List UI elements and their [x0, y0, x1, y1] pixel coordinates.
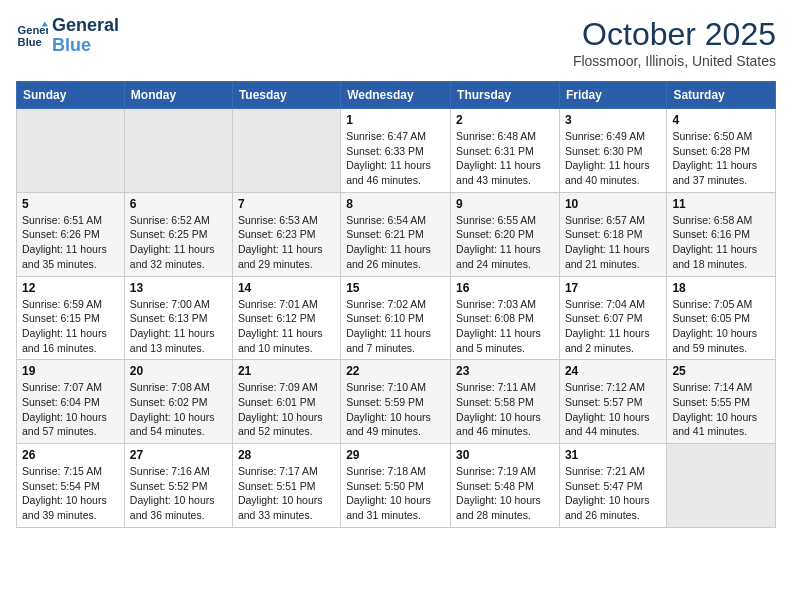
day-info: Sunrise: 7:03 AMSunset: 6:08 PMDaylight:… [456, 297, 554, 356]
calendar-cell: 25Sunrise: 7:14 AMSunset: 5:55 PMDayligh… [667, 360, 776, 444]
calendar-week-row: 19Sunrise: 7:07 AMSunset: 6:04 PMDayligh… [17, 360, 776, 444]
day-number: 24 [565, 364, 661, 378]
title-block: October 2025 Flossmoor, Illinois, United… [573, 16, 776, 69]
day-number: 13 [130, 281, 227, 295]
calendar: SundayMondayTuesdayWednesdayThursdayFrid… [16, 81, 776, 528]
weekday-header: Sunday [17, 82, 125, 109]
calendar-cell: 6Sunrise: 6:52 AMSunset: 6:25 PMDaylight… [124, 192, 232, 276]
weekday-header: Tuesday [232, 82, 340, 109]
calendar-cell: 15Sunrise: 7:02 AMSunset: 6:10 PMDayligh… [341, 276, 451, 360]
calendar-cell: 23Sunrise: 7:11 AMSunset: 5:58 PMDayligh… [451, 360, 560, 444]
day-number: 8 [346, 197, 445, 211]
day-info: Sunrise: 7:08 AMSunset: 6:02 PMDaylight:… [130, 380, 227, 439]
day-info: Sunrise: 7:04 AMSunset: 6:07 PMDaylight:… [565, 297, 661, 356]
calendar-cell: 12Sunrise: 6:59 AMSunset: 6:15 PMDayligh… [17, 276, 125, 360]
day-number: 18 [672, 281, 770, 295]
day-number: 23 [456, 364, 554, 378]
calendar-cell: 4Sunrise: 6:50 AMSunset: 6:28 PMDaylight… [667, 109, 776, 193]
month-title: October 2025 [573, 16, 776, 53]
day-number: 29 [346, 448, 445, 462]
day-number: 31 [565, 448, 661, 462]
day-info: Sunrise: 7:02 AMSunset: 6:10 PMDaylight:… [346, 297, 445, 356]
day-info: Sunrise: 6:54 AMSunset: 6:21 PMDaylight:… [346, 213, 445, 272]
day-info: Sunrise: 7:05 AMSunset: 6:05 PMDaylight:… [672, 297, 770, 356]
day-info: Sunrise: 6:50 AMSunset: 6:28 PMDaylight:… [672, 129, 770, 188]
calendar-cell: 17Sunrise: 7:04 AMSunset: 6:07 PMDayligh… [559, 276, 666, 360]
calendar-cell [232, 109, 340, 193]
day-number: 20 [130, 364, 227, 378]
day-info: Sunrise: 7:15 AMSunset: 5:54 PMDaylight:… [22, 464, 119, 523]
weekday-header: Wednesday [341, 82, 451, 109]
calendar-cell: 9Sunrise: 6:55 AMSunset: 6:20 PMDaylight… [451, 192, 560, 276]
logo-icon: General Blue [16, 20, 48, 52]
day-info: Sunrise: 7:01 AMSunset: 6:12 PMDaylight:… [238, 297, 335, 356]
logo-wordmark: General Blue [52, 16, 119, 56]
calendar-cell: 19Sunrise: 7:07 AMSunset: 6:04 PMDayligh… [17, 360, 125, 444]
day-info: Sunrise: 6:57 AMSunset: 6:18 PMDaylight:… [565, 213, 661, 272]
day-number: 1 [346, 113, 445, 127]
weekday-header: Monday [124, 82, 232, 109]
day-number: 17 [565, 281, 661, 295]
day-info: Sunrise: 6:58 AMSunset: 6:16 PMDaylight:… [672, 213, 770, 272]
calendar-cell: 11Sunrise: 6:58 AMSunset: 6:16 PMDayligh… [667, 192, 776, 276]
day-number: 25 [672, 364, 770, 378]
calendar-cell: 3Sunrise: 6:49 AMSunset: 6:30 PMDaylight… [559, 109, 666, 193]
calendar-cell [124, 109, 232, 193]
calendar-cell: 8Sunrise: 6:54 AMSunset: 6:21 PMDaylight… [341, 192, 451, 276]
day-info: Sunrise: 6:47 AMSunset: 6:33 PMDaylight:… [346, 129, 445, 188]
calendar-week-row: 1Sunrise: 6:47 AMSunset: 6:33 PMDaylight… [17, 109, 776, 193]
day-number: 16 [456, 281, 554, 295]
calendar-cell: 22Sunrise: 7:10 AMSunset: 5:59 PMDayligh… [341, 360, 451, 444]
day-number: 4 [672, 113, 770, 127]
calendar-cell: 31Sunrise: 7:21 AMSunset: 5:47 PMDayligh… [559, 444, 666, 528]
weekday-header: Thursday [451, 82, 560, 109]
day-info: Sunrise: 6:49 AMSunset: 6:30 PMDaylight:… [565, 129, 661, 188]
calendar-cell: 28Sunrise: 7:17 AMSunset: 5:51 PMDayligh… [232, 444, 340, 528]
day-number: 22 [346, 364, 445, 378]
day-info: Sunrise: 7:11 AMSunset: 5:58 PMDaylight:… [456, 380, 554, 439]
day-info: Sunrise: 7:18 AMSunset: 5:50 PMDaylight:… [346, 464, 445, 523]
calendar-cell: 14Sunrise: 7:01 AMSunset: 6:12 PMDayligh… [232, 276, 340, 360]
calendar-cell: 26Sunrise: 7:15 AMSunset: 5:54 PMDayligh… [17, 444, 125, 528]
weekday-header-row: SundayMondayTuesdayWednesdayThursdayFrid… [17, 82, 776, 109]
day-info: Sunrise: 7:14 AMSunset: 5:55 PMDaylight:… [672, 380, 770, 439]
calendar-cell: 21Sunrise: 7:09 AMSunset: 6:01 PMDayligh… [232, 360, 340, 444]
day-number: 19 [22, 364, 119, 378]
logo-line1: General [52, 16, 119, 36]
day-number: 12 [22, 281, 119, 295]
day-number: 9 [456, 197, 554, 211]
calendar-cell [17, 109, 125, 193]
page-header: General Blue General Blue October 2025 F… [16, 16, 776, 69]
day-info: Sunrise: 6:53 AMSunset: 6:23 PMDaylight:… [238, 213, 335, 272]
day-info: Sunrise: 6:59 AMSunset: 6:15 PMDaylight:… [22, 297, 119, 356]
day-number: 14 [238, 281, 335, 295]
day-number: 2 [456, 113, 554, 127]
logo-line2: Blue [52, 36, 119, 56]
day-number: 28 [238, 448, 335, 462]
calendar-cell: 29Sunrise: 7:18 AMSunset: 5:50 PMDayligh… [341, 444, 451, 528]
day-info: Sunrise: 7:12 AMSunset: 5:57 PMDaylight:… [565, 380, 661, 439]
day-number: 5 [22, 197, 119, 211]
day-info: Sunrise: 6:55 AMSunset: 6:20 PMDaylight:… [456, 213, 554, 272]
day-info: Sunrise: 6:52 AMSunset: 6:25 PMDaylight:… [130, 213, 227, 272]
calendar-week-row: 5Sunrise: 6:51 AMSunset: 6:26 PMDaylight… [17, 192, 776, 276]
svg-text:Blue: Blue [18, 35, 42, 47]
calendar-cell: 18Sunrise: 7:05 AMSunset: 6:05 PMDayligh… [667, 276, 776, 360]
day-number: 6 [130, 197, 227, 211]
calendar-cell: 13Sunrise: 7:00 AMSunset: 6:13 PMDayligh… [124, 276, 232, 360]
day-info: Sunrise: 7:17 AMSunset: 5:51 PMDaylight:… [238, 464, 335, 523]
calendar-cell: 27Sunrise: 7:16 AMSunset: 5:52 PMDayligh… [124, 444, 232, 528]
location: Flossmoor, Illinois, United States [573, 53, 776, 69]
day-number: 7 [238, 197, 335, 211]
calendar-cell: 24Sunrise: 7:12 AMSunset: 5:57 PMDayligh… [559, 360, 666, 444]
day-number: 21 [238, 364, 335, 378]
day-info: Sunrise: 7:21 AMSunset: 5:47 PMDaylight:… [565, 464, 661, 523]
day-number: 15 [346, 281, 445, 295]
calendar-cell [667, 444, 776, 528]
calendar-body: 1Sunrise: 6:47 AMSunset: 6:33 PMDaylight… [17, 109, 776, 528]
weekday-header: Saturday [667, 82, 776, 109]
day-info: Sunrise: 7:07 AMSunset: 6:04 PMDaylight:… [22, 380, 119, 439]
day-number: 26 [22, 448, 119, 462]
day-number: 10 [565, 197, 661, 211]
day-info: Sunrise: 7:10 AMSunset: 5:59 PMDaylight:… [346, 380, 445, 439]
